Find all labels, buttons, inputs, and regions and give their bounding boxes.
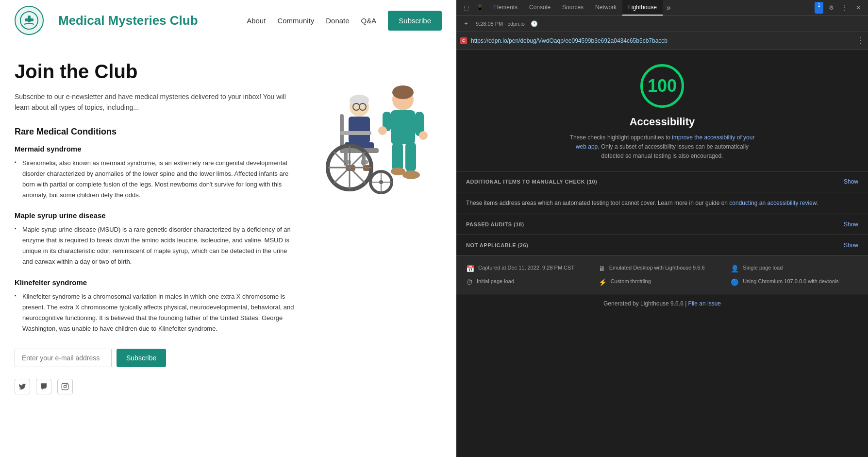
condition-mermaid-title: Mermaid syndrome xyxy=(15,145,296,153)
devtools-cursor-icon[interactable]: ⬚ xyxy=(460,2,472,14)
meta-emulated-text: Emulated Desktop with Lighthouse 9.6.6 xyxy=(609,264,705,272)
nav-subscribe-button[interactable]: Subscribe xyxy=(388,11,442,31)
page-subtext: Subscribe to our e-newsletter and have m… xyxy=(15,91,296,113)
svg-point-16 xyxy=(402,170,420,179)
condition-msud: Maple syrup urine disease Maple syrup ur… xyxy=(15,211,296,267)
nav-qa[interactable]: Q&A xyxy=(361,17,377,25)
clock-icon[interactable]: 🕐 xyxy=(529,18,540,30)
condition-mermaid-body: Sirenomelia, also known as mermaid syndr… xyxy=(15,158,296,201)
nav: Medical Mysteries Club About Community D… xyxy=(0,0,456,41)
svg-point-12 xyxy=(419,131,428,140)
svg-point-7 xyxy=(392,85,414,99)
devtools-mobile-icon[interactable]: 📱 xyxy=(474,2,485,14)
meta-throttling: ⚡ Custom throttling xyxy=(599,277,726,286)
tab-network[interactable]: Network xyxy=(589,0,622,16)
desktop-icon: 🖥 xyxy=(599,265,605,272)
main-content: Join the Club Subscribe to our e-newslet… xyxy=(0,41,456,409)
more-options-icon[interactable]: ⋮ xyxy=(839,2,851,14)
meta-throttling-text: Custom throttling xyxy=(611,277,651,286)
tab-sources[interactable]: Sources xyxy=(556,0,589,16)
svg-rect-13 xyxy=(392,142,403,171)
accessibility-review-link[interactable]: conducting an accessibility review xyxy=(729,200,816,206)
devtools-urlbar: C https://cdpn.io/pen/debug/VwdOaqp/ee09… xyxy=(456,32,868,50)
page-heading: Join the Club xyxy=(15,61,296,83)
generated-line: Generated by Lighthouse 9.6.6 | File an … xyxy=(456,294,868,313)
condition-klinefelter-body: Klinefelter syndrome is a chromosomal va… xyxy=(15,291,296,334)
condition-mermaid: Mermaid syndrome Sirenomelia, also known… xyxy=(15,145,296,201)
passed-audits-title: PASSED AUDITS (18) xyxy=(466,221,844,227)
section-title: Rare Medical Conditions xyxy=(15,127,296,137)
svg-point-10 xyxy=(378,126,387,135)
svg-rect-2 xyxy=(25,18,33,21)
meta-chromium: 🔵 Using Chromium 107.0.0.0 with devtools xyxy=(731,277,858,286)
condition-klinefelter: Klinefelter syndrome Klinefelter syndrom… xyxy=(15,278,296,334)
lighthouse-sections: ADDITIONAL ITEMS TO MANUALLY CHECK (10) … xyxy=(456,171,868,457)
timer-icon: ⏱ xyxy=(466,278,473,286)
manual-check-title: ADDITIONAL ITEMS TO MANUALLY CHECK (10) xyxy=(466,179,844,185)
score-circle: 100 xyxy=(640,64,684,108)
devtools-tabs: Elements Console Sources Network Lightho… xyxy=(487,0,813,16)
tab-console[interactable]: Console xyxy=(523,0,556,16)
tab-elements[interactable]: Elements xyxy=(487,0,523,16)
nav-about[interactable]: About xyxy=(247,17,266,25)
condition-msud-body: Maple syrup urine disease (MSUD) is a ra… xyxy=(15,224,296,267)
meta-chromium-text: Using Chromium 107.0.0.0 with devtools xyxy=(743,277,838,286)
svg-rect-8 xyxy=(391,110,415,144)
lightning-icon: ⚡ xyxy=(599,278,607,286)
section-manual-check[interactable]: ADDITIONAL ITEMS TO MANUALLY CHECK (10) … xyxy=(456,171,868,192)
meta-captured: 📅 Captured at Dec 11, 2022, 9:28 PM CST xyxy=(466,264,594,272)
score-title: Accessibility xyxy=(630,116,695,128)
improve-link[interactable]: improve the accessibility of your web ap… xyxy=(576,134,755,150)
nav-donate[interactable]: Donate xyxy=(326,17,349,25)
site-title: Medical Mysteries Club xyxy=(58,13,198,28)
instagram-icon[interactable] xyxy=(57,379,73,394)
tab-lighthouse[interactable]: Lighthouse xyxy=(622,0,663,16)
svg-point-5 xyxy=(67,385,67,385)
devtools-addrbar: + 9:28:08 PM · cdpn.io 🕐 xyxy=(456,16,868,32)
back-icon[interactable]: + xyxy=(460,18,472,30)
file-issue-link[interactable]: File an issue xyxy=(688,300,721,307)
not-applicable-title: NOT APPLICABLE (26) xyxy=(466,242,844,248)
twitch-icon[interactable] xyxy=(36,379,51,394)
meta-page-load-text: Single page load xyxy=(743,264,783,272)
twitter-icon[interactable] xyxy=(15,379,30,394)
calendar-icon: 📅 xyxy=(466,265,474,272)
subscribe-button[interactable]: Subscribe xyxy=(117,349,166,367)
tab-more[interactable]: » xyxy=(663,0,675,16)
settings-icon[interactable]: ⚙ xyxy=(825,2,837,14)
email-input[interactable] xyxy=(15,349,112,367)
url-menu-icon[interactable]: ⋮ xyxy=(856,36,864,45)
meta-captured-text: Captured at Dec 11, 2022, 9:28 PM CST xyxy=(478,264,574,272)
not-applicable-show[interactable]: Show xyxy=(844,242,858,249)
manual-check-body: These items address areas which an autom… xyxy=(456,192,868,214)
content-right xyxy=(306,61,442,394)
section-not-applicable[interactable]: NOT APPLICABLE (26) Show xyxy=(456,235,868,255)
nav-logo xyxy=(15,6,44,35)
svg-rect-14 xyxy=(405,142,416,171)
generated-text: Generated by Lighthouse 9.6.6 | xyxy=(603,300,686,307)
lighthouse-meta: 📅 Captured at Dec 11, 2022, 9:28 PM CST … xyxy=(456,255,868,294)
website-panel: Medical Mysteries Club About Community D… xyxy=(0,0,456,457)
manual-check-show[interactable]: Show xyxy=(844,178,858,185)
section-passed-audits[interactable]: PASSED AUDITS (18) Show xyxy=(456,214,868,235)
condition-msud-title: Maple syrup urine disease xyxy=(15,211,296,220)
meta-page-load: 👤 Single page load xyxy=(731,264,858,272)
chromium-icon: 🔵 xyxy=(731,278,739,286)
meta-initial-load: ⏱ Initial page load xyxy=(466,277,594,286)
site-favicon: C xyxy=(460,37,467,44)
devtools-right-icons: 1 ⚙ ⋮ ✕ xyxy=(815,2,864,14)
svg-rect-3 xyxy=(62,383,68,389)
passed-audits-show[interactable]: Show xyxy=(844,221,858,228)
devtools-topbar: ⬚ 📱 Elements Console Sources Network Lig… xyxy=(456,0,868,16)
condition-klinefelter-title: Klinefelter syndrome xyxy=(15,278,296,287)
devtools-panel: ⬚ 📱 Elements Console Sources Network Lig… xyxy=(456,0,868,457)
lighthouse-score-section: 100 Accessibility These checks highlight… xyxy=(456,50,868,171)
nav-links: About Community Donate Q&A Subscribe xyxy=(247,11,442,31)
notification-badge: 1 xyxy=(815,2,823,14)
content-left: Join the Club Subscribe to our e-newslet… xyxy=(15,61,296,394)
svg-point-4 xyxy=(64,385,66,388)
illustration xyxy=(311,70,437,206)
social-icons xyxy=(15,379,296,394)
nav-community[interactable]: Community xyxy=(277,17,314,25)
close-devtools-icon[interactable]: ✕ xyxy=(852,2,864,14)
